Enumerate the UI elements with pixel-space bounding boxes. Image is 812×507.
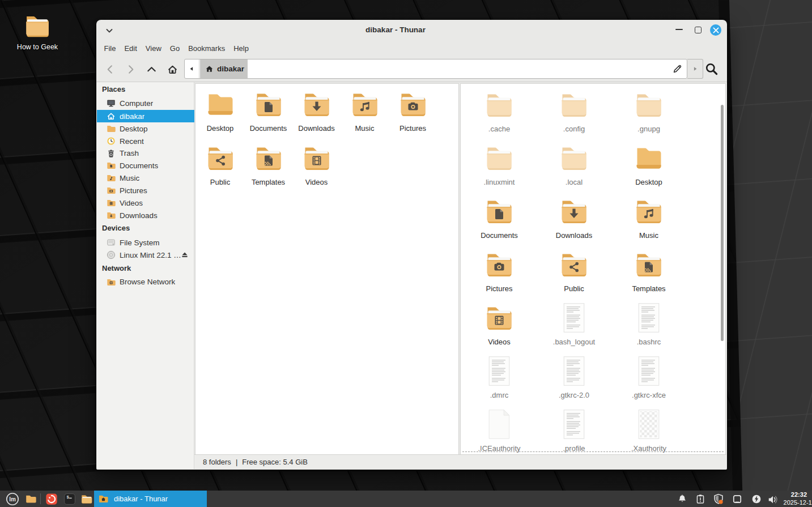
home-icon: [205, 65, 214, 73]
desktop-icon-how-to-geek[interactable]: How to Geek: [12, 12, 62, 51]
path-scroll-right-button[interactable]: [687, 59, 703, 79]
sidebar-item-browse-network[interactable]: Browse Network: [97, 276, 194, 288]
file-item-music[interactable]: Music: [341, 90, 389, 133]
file-item-public[interactable]: Public: [537, 250, 611, 293]
sidebar-header-network: Network: [102, 264, 131, 273]
minimize-button[interactable]: [675, 29, 683, 30]
breadcrumb-dibakar[interactable]: dibakar: [200, 59, 248, 78]
power-manager-icon[interactable]: [751, 494, 762, 504]
file-item-linuxmint[interactable]: .linuxmint: [462, 143, 537, 186]
menu-view[interactable]: View: [141, 40, 165, 57]
firefox-launcher[interactable]: [45, 491, 58, 507]
folder-music-icon: [634, 197, 664, 226]
sidebar-item-trash[interactable]: Trash: [97, 147, 194, 160]
back-button[interactable]: [101, 61, 118, 78]
breadcrumb-label: dibakar: [217, 65, 244, 73]
sidebar-item-file-system[interactable]: File System: [97, 236, 194, 249]
menu-go[interactable]: Go: [165, 40, 184, 57]
sidebar-item-dibakar[interactable]: dibakar: [97, 110, 194, 122]
file-pane-right[interactable]: .cache .config .gnupg .linuxmint .local …: [460, 83, 726, 455]
display-icon[interactable]: [732, 494, 742, 504]
terminal-launcher[interactable]: [63, 491, 76, 507]
up-button[interactable]: [143, 61, 160, 78]
file-item-cache[interactable]: .cache: [462, 90, 537, 133]
sidebar-item-music[interactable]: Music: [97, 172, 194, 184]
edit-path-pencil-icon[interactable]: [672, 64, 682, 74]
file-item-public[interactable]: Public: [196, 143, 244, 186]
file-item-gnupg[interactable]: .gnupg: [611, 90, 686, 133]
menu-file[interactable]: File: [100, 40, 120, 57]
menu-edit[interactable]: Edit: [120, 40, 141, 57]
sidebar-item-recent[interactable]: Recent: [97, 135, 194, 147]
task-button-thunar[interactable]: dibakar - Thunar: [94, 491, 207, 507]
menu-help[interactable]: Help: [229, 40, 253, 57]
folder-desktop-icon: [206, 90, 235, 119]
file-item-templates[interactable]: Templates: [611, 250, 686, 293]
volume-icon[interactable]: [767, 494, 779, 505]
file-item-gtkrc-xfce[interactable]: .gtkrc-xfce: [611, 356, 686, 399]
file-item-downloads[interactable]: Downloads: [292, 90, 341, 133]
home-button[interactable]: [164, 61, 181, 78]
file-item-desktop[interactable]: Desktop: [611, 143, 686, 186]
file-item-downloads[interactable]: Downloads: [537, 197, 611, 240]
file-item-config[interactable]: .config: [537, 90, 611, 133]
window-title: dibakar - Thunar: [365, 25, 426, 34]
sidebar-item-downloads[interactable]: Downloads: [97, 209, 194, 221]
file-item-dmrc[interactable]: .dmrc: [462, 356, 537, 399]
file-item-iceauthority[interactable]: .ICEauthority: [462, 410, 537, 453]
sidebar-item-computer[interactable]: Computer: [97, 97, 194, 109]
sidebar-item-desktop[interactable]: Desktop: [97, 122, 194, 135]
sidebar-item-linux-mint-disc[interactable]: Linux Mint 22.1 …: [97, 249, 194, 261]
sidebar-header-devices: Devices: [102, 224, 130, 233]
path-scroll-left-button[interactable]: [185, 59, 199, 78]
clipboard-icon[interactable]: [695, 494, 705, 504]
file-item-documents[interactable]: Documents: [244, 90, 292, 133]
file-item-pictures[interactable]: Pictures: [462, 250, 537, 293]
file-item-pictures[interactable]: Pictures: [389, 90, 437, 133]
search-icon[interactable]: [704, 62, 719, 76]
vertical-scrollbar[interactable]: [721, 105, 724, 341]
file-item-bashrc[interactable]: .bashrc: [611, 303, 686, 346]
file-item-local[interactable]: .local: [537, 143, 611, 186]
menu-bookmarks[interactable]: Bookmarks: [184, 40, 229, 57]
folder-icon: [25, 493, 37, 505]
file-item-profile[interactable]: .profile: [537, 410, 611, 453]
text-file-icon: [634, 356, 664, 386]
sidebar-item-pictures[interactable]: Pictures: [97, 184, 194, 197]
file-item-music[interactable]: Music: [611, 197, 686, 240]
titlebar[interactable]: dibakar - Thunar: [96, 20, 727, 40]
window-menu-chevron-icon[interactable]: [105, 26, 114, 35]
text-file-icon: [559, 410, 589, 439]
file-pane-left[interactable]: Desktop Documents Downloads Music Pictur…: [195, 83, 459, 455]
file-item-xauthority[interactable]: .Xauthority: [611, 410, 686, 453]
binary-file-icon: [634, 410, 664, 439]
folder-icon: [559, 143, 589, 173]
text-file-icon: [484, 356, 514, 386]
sidebar-item-videos[interactable]: Videos: [97, 197, 194, 209]
file-item-videos[interactable]: Videos: [462, 303, 537, 346]
update-shield-icon[interactable]: [713, 493, 724, 505]
close-button[interactable]: [710, 24, 721, 36]
file-item-videos[interactable]: Videos: [292, 143, 341, 186]
folder-downloads-icon: [559, 197, 589, 226]
folder-documents-icon: [254, 90, 283, 119]
forward-button[interactable]: [122, 61, 139, 78]
file-item-gtkrc-2-0[interactable]: .gtkrc-2.0: [537, 356, 611, 399]
clock[interactable]: 22:32 2025-12-11: [784, 492, 807, 506]
file-item-bash-logout[interactable]: .bash_logout: [537, 303, 611, 346]
maximize-button[interactable]: [695, 27, 702, 33]
mint-menu-button[interactable]: [3, 491, 22, 507]
notifications-bell-icon[interactable]: [677, 494, 687, 504]
file-manager-launcher[interactable]: [80, 491, 93, 507]
folder-videos-icon: [302, 143, 331, 173]
forward-icon: [125, 64, 136, 75]
trash-icon: [107, 149, 116, 158]
folder-templates-icon: [254, 143, 283, 173]
sidebar-item-documents[interactable]: Documents: [97, 159, 194, 172]
file-item-templates[interactable]: Templates: [244, 143, 292, 186]
path-bar[interactable]: dibakar: [184, 59, 687, 79]
file-item-desktop[interactable]: Desktop: [196, 90, 244, 133]
file-item-documents[interactable]: Documents: [462, 197, 537, 240]
eject-icon[interactable]: [180, 250, 189, 259]
show-desktop-button[interactable]: [24, 491, 37, 507]
